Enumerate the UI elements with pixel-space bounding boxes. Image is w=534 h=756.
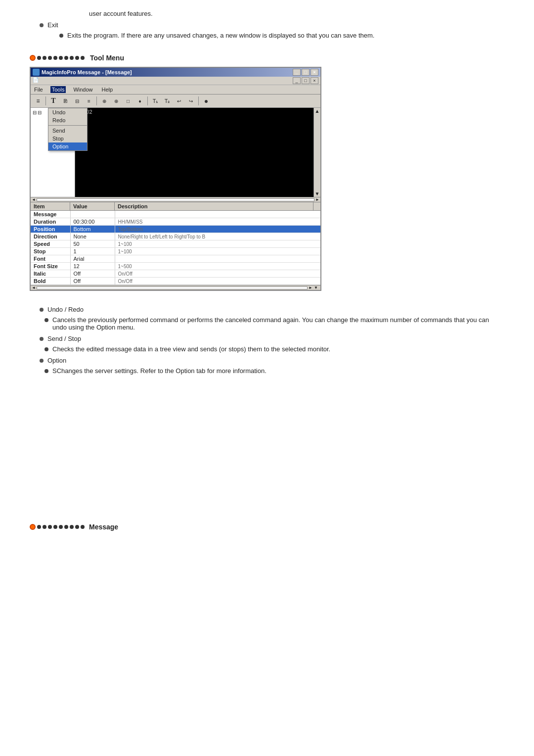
- tools-dropdown: Undo Redo Send Stop Option: [48, 108, 88, 151]
- table-row: Direction None None/Right to Left/Left t…: [31, 233, 320, 240]
- dropdown-undo[interactable]: Undo: [48, 108, 87, 116]
- undo-redo-label: Undo / Redo: [40, 306, 504, 313]
- prop-val-stop[interactable]: 1: [70, 248, 115, 255]
- toolbar-icon8[interactable]: ♦: [134, 95, 145, 106]
- toolbar-icon2[interactable]: 🖹: [60, 95, 71, 106]
- toolbar-icon3[interactable]: ⊟: [72, 95, 83, 106]
- menu-file[interactable]: File: [33, 86, 44, 93]
- toolbar-icon7[interactable]: □: [123, 95, 134, 106]
- close-button[interactable]: ×: [311, 69, 318, 76]
- send-stop-label: Send / Stop: [40, 335, 504, 342]
- prop-item-stop: Stop: [31, 248, 70, 255]
- b-dot7: [70, 525, 74, 529]
- scroll-down[interactable]: ▼: [314, 190, 320, 197]
- toolbar-icon4[interactable]: ≡: [84, 95, 94, 106]
- window-title: MagicInfoPro Message - [Message]: [42, 69, 132, 75]
- bottom-orange-dot: [30, 524, 36, 530]
- b-dot9: [81, 525, 85, 529]
- props-scroll-left[interactable]: ◄: [32, 285, 36, 290]
- sub-title: 📄: [33, 77, 39, 84]
- dot7: [70, 56, 74, 60]
- dropdown-send[interactable]: Send: [48, 127, 87, 135]
- props-scroll-down[interactable]: ▼: [312, 285, 319, 290]
- toolbar-icon1[interactable]: ≡: [33, 95, 44, 106]
- prop-desc-bold: On/Off: [115, 278, 320, 285]
- b-dot3: [48, 525, 52, 529]
- orange-dot: [30, 55, 36, 61]
- menu-help[interactable]: Help: [100, 86, 115, 93]
- option-label: Option: [40, 357, 504, 364]
- prop-val-duration[interactable]: 00:30:00: [70, 218, 115, 226]
- prop-desc-position: Top/Bottom: [115, 226, 320, 233]
- prop-item-italic: Italic: [31, 270, 70, 278]
- table-row: Italic Off On/Off: [31, 270, 320, 278]
- table-row: Speed 50 1~100: [31, 240, 320, 248]
- toolbar-t1[interactable]: T₁: [150, 95, 161, 106]
- prop-val-fontsize[interactable]: 12: [70, 263, 115, 270]
- maximize-button[interactable]: □: [302, 69, 310, 76]
- menu-window[interactable]: Window: [72, 86, 94, 93]
- prop-desc-fontsize: 1~500: [115, 263, 320, 270]
- menu-tools[interactable]: Tools: [50, 86, 66, 93]
- prop-val-italic[interactable]: Off: [70, 270, 115, 278]
- b-dot4: [53, 525, 57, 529]
- separator3: [147, 96, 148, 105]
- props-panel: Item Value Description Message Duration …: [31, 202, 320, 290]
- prop-val-font[interactable]: Arial: [70, 255, 115, 263]
- exit-label: Exit: [47, 21, 58, 29]
- prop-item-duration: Duration: [31, 218, 70, 226]
- minimize-button[interactable]: _: [293, 69, 301, 76]
- sub-minimize-button[interactable]: _: [293, 77, 301, 84]
- bottom-dots: [30, 524, 86, 530]
- prop-item-direction: Direction: [31, 233, 70, 240]
- prop-val-speed[interactable]: 50: [70, 240, 115, 248]
- table-row: Font Size 12 1~500: [31, 263, 320, 270]
- toolbar-redo[interactable]: ↪: [185, 95, 196, 106]
- prop-val-direction[interactable]: None: [70, 233, 115, 240]
- dropdown-redo[interactable]: Redo: [48, 116, 87, 124]
- prop-val-message[interactable]: [70, 211, 115, 218]
- sub-close-button[interactable]: ×: [311, 77, 318, 84]
- props-scroll-right[interactable]: ►: [309, 285, 312, 290]
- props-table: Message Duration 00:30:00 HH/MM/SS Posit…: [31, 211, 320, 285]
- table-row: Duration 00:30:00 HH/MM/SS: [31, 218, 320, 226]
- sub-restore-button[interactable]: □: [302, 77, 310, 84]
- dot4: [53, 56, 57, 60]
- toolbar-icon6[interactable]: ⊕: [111, 95, 122, 106]
- option-desc-bullet: [44, 369, 48, 373]
- prop-item-position: Position: [31, 226, 70, 233]
- prop-val-position[interactable]: Bottom: [70, 226, 115, 233]
- toolbar-undo[interactable]: ↩: [174, 95, 184, 106]
- scroll-left[interactable]: ◄: [32, 197, 36, 202]
- option-desc: SChanges the server settings. Refer to t…: [52, 367, 267, 375]
- prop-item-bold: Bold: [31, 278, 70, 285]
- app-window: MagicInfoPro Message - [Message] _ □ × 📄…: [30, 67, 321, 291]
- descriptions-section: Undo / Redo Cancels the previously perfo…: [30, 306, 504, 375]
- dot8: [75, 56, 79, 60]
- separator2: [96, 96, 97, 105]
- dropdown-stop[interactable]: Stop: [48, 135, 87, 142]
- menu-sep: [48, 125, 87, 126]
- prop-val-bold[interactable]: Off: [70, 278, 115, 285]
- dot1: [37, 56, 41, 60]
- prop-desc-italic: On/Off: [115, 270, 320, 278]
- prop-desc-stop: 1~100: [115, 248, 320, 255]
- dropdown-option[interactable]: Option: [48, 142, 87, 150]
- dot2: [43, 56, 46, 60]
- prop-desc-direction: None/Right to Left/Left to Right/Top to …: [115, 233, 320, 240]
- scroll-right[interactable]: ►: [315, 197, 319, 202]
- toolbar-t2[interactable]: T₂: [162, 95, 173, 106]
- toolbar-icon5[interactable]: ⊕: [99, 95, 110, 106]
- toolbar-circle[interactable]: ●: [201, 95, 212, 106]
- intro-text: user account features.: [89, 10, 504, 17]
- send-desc-bullet: [44, 347, 48, 351]
- b-dot1: [37, 525, 41, 529]
- toolbar-text[interactable]: T: [48, 95, 59, 106]
- tool-menu-section-header: Tool Menu: [30, 54, 504, 62]
- scroll-up[interactable]: ▲: [314, 108, 320, 114]
- exit-desc-bullet: [59, 34, 63, 38]
- b-dot2: [43, 525, 46, 529]
- table-row: Stop 1 1~100: [31, 248, 320, 255]
- bottom-section-title: Message: [89, 523, 118, 531]
- prop-desc-message: [115, 211, 320, 218]
